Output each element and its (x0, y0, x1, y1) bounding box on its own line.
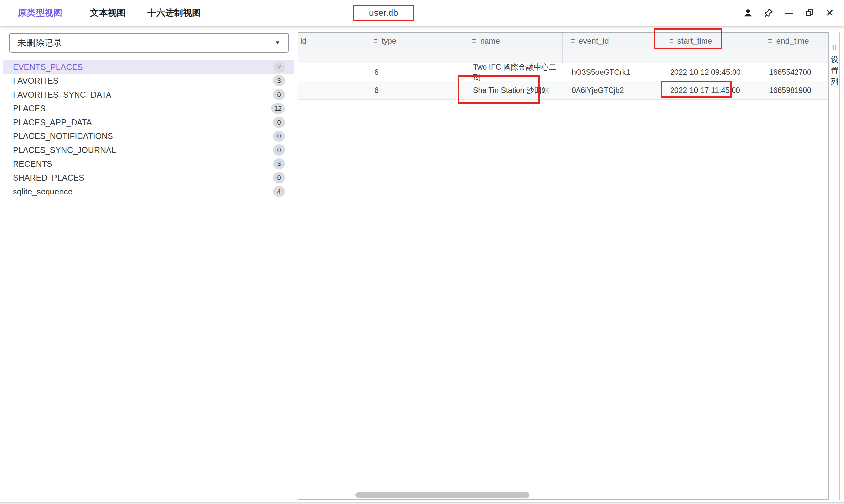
column-menu-icon: ≡ (373, 37, 377, 45)
record-filter-dropdown[interactable]: 未删除记录 ▼ (9, 33, 289, 53)
tab-hex-view[interactable]: 十六进制视图 (147, 7, 201, 19)
close-icon[interactable]: ✕ (824, 7, 836, 18)
restore-icon[interactable] (804, 7, 815, 18)
cell-end-time[interactable]: 1665542700 (760, 63, 829, 81)
cell-type[interactable]: 6 (365, 82, 464, 99)
chevron-down-icon: ▼ (275, 39, 280, 46)
user-icon[interactable] (742, 7, 754, 18)
sidebar-item-places-sync-journal[interactable]: PLACES_SYNC_JOURNAL 0 (3, 143, 294, 157)
sidebar-item-sqlite-sequence[interactable]: sqlite_sequence 4 (3, 185, 294, 198)
row-count-badge: 2 (273, 61, 285, 73)
row-count-badge: 0 (273, 172, 285, 183)
column-header-event-id[interactable]: ≡ event_id (562, 33, 661, 49)
row-count-badge: 0 (273, 117, 285, 128)
data-grid: id ≡ type ≡ name ≡ event_id ≡ start_time… (298, 32, 829, 500)
row-count-badge: 3 (273, 158, 285, 169)
column-header-end-time[interactable]: ≡ end_time (760, 33, 829, 49)
sidebar-item-favorites[interactable]: FAVORITES 3 (3, 74, 294, 88)
window-controls: ✕ (742, 0, 836, 26)
minimize-icon[interactable] (783, 7, 794, 18)
grid-filter-row (298, 49, 828, 63)
cell-event-id[interactable]: hO3S5oeGTCrk1 (562, 63, 661, 81)
cell-id[interactable] (298, 82, 365, 99)
column-menu-icon: ≡ (472, 37, 476, 45)
row-count-badge: 0 (273, 130, 285, 142)
column-header-name[interactable]: ≡ name (464, 33, 562, 49)
column-header-type[interactable]: ≡ type (365, 33, 464, 49)
column-menu-icon: ≡ (768, 37, 772, 45)
column-menu-icon: ≡ (669, 37, 673, 45)
view-tabs: 原类型视图 文本视图 十六进制视图 (0, 7, 201, 19)
horizontal-scrollbar[interactable] (355, 492, 529, 498)
column-menu-icon: ≡ (570, 37, 575, 45)
sidebar-item-places-app-data[interactable]: PLACES_APP_DATA 0 (3, 115, 294, 129)
table-row[interactable]: 6 Two IFC 國際金融中心二期 hO3S5oeGTCrk1 2022-10… (298, 63, 828, 82)
db-filename: user.db (369, 8, 399, 18)
table-row[interactable]: 6 Sha Tin Station 沙田站 0A6iYjeGTCjb2 2022… (298, 82, 828, 100)
cell-type[interactable]: 6 (365, 63, 464, 81)
filter-cell-start-time[interactable] (661, 49, 760, 63)
row-count-badge: 4 (273, 186, 285, 197)
cell-start-time[interactable]: 2022-10-17 11:45:00 (661, 82, 760, 99)
row-count-badge: 0 (273, 89, 285, 100)
cell-name[interactable]: Two IFC 國際金融中心二期 (464, 63, 562, 81)
sidebar-item-recents[interactable]: RECENTS 3 (3, 157, 294, 171)
sidebar-item-places[interactable]: PLACES 12 (3, 102, 294, 115)
cell-end-time[interactable]: 1665981900 (760, 82, 829, 99)
cell-id[interactable] (298, 63, 365, 81)
filter-cell-id[interactable] (298, 49, 365, 63)
filter-cell-name[interactable] (464, 49, 562, 63)
cell-start-time[interactable]: 2022-10-12 09:45:00 (661, 63, 760, 81)
record-filter-value: 未删除记录 (17, 37, 62, 49)
row-count-badge: 0 (273, 144, 285, 156)
row-count-badge: 12 (271, 103, 285, 114)
filter-cell-type[interactable] (365, 49, 464, 63)
app-window: 原类型视图 文本视图 十六进制视图 user.db (0, 0, 844, 504)
page-bottom-edge (0, 502, 844, 504)
pin-icon[interactable] (763, 7, 774, 18)
sidebar-item-favorites-sync-data[interactable]: FAVORITES_SYNC_DATA 0 (3, 88, 294, 102)
tab-original-type-view[interactable]: 原类型视图 (18, 7, 62, 19)
column-settings-panel[interactable]: |||| 设置列 (830, 32, 840, 500)
column-settings-label: 设置列 (830, 54, 839, 87)
table-list-sidebar: 未删除记录 ▼ EVENTS_PLACES 2 FAVORITES 3 FAVO… (3, 26, 294, 500)
sidebar-item-events-places[interactable]: EVENTS_PLACES 2 (3, 60, 294, 74)
filter-cell-end-time[interactable] (760, 49, 829, 63)
drag-grip-icon: |||| (830, 45, 839, 50)
filter-cell-event-id[interactable] (562, 49, 661, 63)
sidebar-item-places-notifications[interactable]: PLACES_NOTIFICATIONS 0 (3, 129, 294, 143)
column-header-start-time[interactable]: ≡ start_time (661, 33, 760, 49)
column-header-id[interactable]: id (298, 33, 365, 49)
row-count-badge: 3 (273, 75, 285, 86)
cell-event-id[interactable]: 0A6iYjeGTCjb2 (562, 82, 661, 99)
db-filename-annotation-box: user.db (353, 5, 414, 21)
grid-header-row: id ≡ type ≡ name ≡ event_id ≡ start_time… (298, 33, 828, 49)
sidebar-item-shared-places[interactable]: SHARED_PLACES 0 (3, 171, 294, 185)
cell-name[interactable]: Sha Tin Station 沙田站 (464, 82, 562, 99)
table-list: EVENTS_PLACES 2 FAVORITES 3 FAVORITES_SY… (3, 60, 294, 198)
top-bar: 原类型视图 文本视图 十六进制视图 user.db (0, 0, 844, 26)
tab-text-view[interactable]: 文本视图 (90, 7, 126, 19)
